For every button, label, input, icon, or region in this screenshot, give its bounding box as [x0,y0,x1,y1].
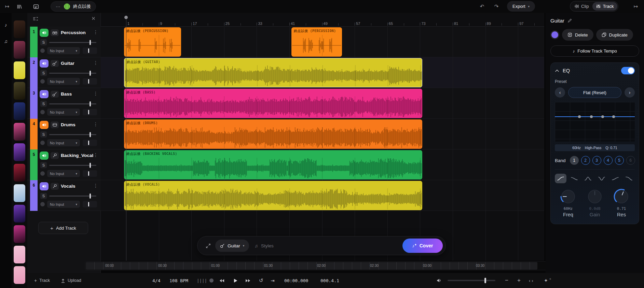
eq-node-1[interactable] [578,115,581,118]
collapse-panel-icon[interactable] [91,16,96,20]
record-arm-button[interactable] [40,48,45,53]
knob-gain[interactable]: 0.0dBGain [583,189,607,217]
gain-fader[interactable] [83,109,97,115]
gain-fader[interactable] [83,201,97,207]
preset-next-button[interactable]: › [625,87,635,98]
bpm-value[interactable]: 108 BPM [169,273,188,288]
solo-button[interactable]: S [40,101,47,107]
follow-playhead-button[interactable]: ⇥ [271,273,275,288]
track-color-swatch[interactable] [550,30,559,39]
knob-res[interactable]: 0.71Res [609,189,633,217]
record-arm-button[interactable] [40,110,45,114]
eq-node-2[interactable] [590,115,593,118]
add-track-bottom-button[interactable]: + Track [34,273,50,288]
band-button-2[interactable]: 2 [581,156,590,165]
eq-node-4[interactable] [612,115,615,118]
audio-clip[interactable]: 終点以後 (DRUMS) [124,119,422,149]
expand-icon[interactable] [203,241,213,251]
track-row-percussion[interactable]: 1Percussion⋮SNo Input▾ [27,27,101,57]
feed-icon[interactable] [31,2,40,11]
song-thumbnail[interactable] [14,82,25,100]
master-volume-icon[interactable] [437,273,442,288]
export-button[interactable]: Export ▾ [507,1,535,12]
eq-enable-toggle[interactable] [621,67,635,74]
track-menu-icon[interactable]: ⋮ [93,152,98,158]
follow-track-tempo-button[interactable]: ♪ Follow Track Tempo [550,45,639,57]
mute-speaker-button[interactable] [40,29,49,37]
volume-slider[interactable] [49,134,96,135]
project-menu-icon[interactable]: ⋯ [56,4,61,9]
project-pill[interactable]: ⋯ 終点以後 [51,1,96,12]
playhead-handle[interactable] [124,16,128,19]
volume-slider[interactable] [49,165,96,166]
solo-button[interactable]: S [40,131,47,138]
input-select[interactable]: No Input▾ [47,78,80,85]
song-thumbnail[interactable] [14,102,25,120]
filter-type-peak-icon[interactable] [582,174,594,183]
solo-button[interactable]: S [40,70,47,76]
song-thumbnail[interactable] [14,164,25,182]
band-button-4[interactable]: 4 [604,156,613,165]
track-menu-icon[interactable]: ⋮ [93,60,98,66]
song-thumbnail[interactable] [14,246,25,263]
band-button-3[interactable]: 3 [592,156,601,165]
song-thumbnail[interactable] [14,266,25,284]
mute-speaker-button[interactable] [40,90,49,98]
track-menu-icon[interactable]: ⋮ [93,121,98,127]
audio-clip[interactable]: 終点以後 (VOCALS) [124,181,422,210]
record-arm-button[interactable] [40,141,45,145]
solo-button[interactable]: S [40,162,47,168]
track-row-bass[interactable]: 3Bass⋮SNo Input▾ [27,88,101,119]
styles-input[interactable] [261,243,402,248]
track-menu-icon[interactable]: ⋮ [93,183,98,188]
loop-button[interactable]: ↺ [259,273,263,288]
library-icon[interactable] [15,2,24,11]
input-select[interactable]: No Input▾ [47,170,80,177]
add-track-button[interactable]: + Add Track [38,222,88,234]
volume-slider[interactable] [49,196,96,197]
knob-freq[interactable]: 60HzFreq [556,189,580,217]
song-thumbnail[interactable] [14,61,25,79]
song-thumbnail[interactable] [14,123,25,141]
cover-button[interactable]: ♪✦ Cover [402,239,443,253]
audio-clip[interactable]: 終点以後 (PERCUSSION) [124,27,181,57]
mute-speaker-button[interactable] [40,182,49,190]
input-select[interactable]: No Input▾ [47,139,80,146]
mute-speaker-button[interactable] [40,152,49,160]
audio-clip[interactable]: 終点以後 (BACKING VOCALS) [124,150,422,179]
input-select[interactable]: No Input▾ [47,47,80,54]
record-arm-button[interactable] [40,79,45,84]
song-thumbnail[interactable] [14,205,25,222]
gain-fader[interactable] [83,170,97,177]
zoom-out-button[interactable]: − [505,273,508,288]
delete-track-button[interactable]: Delete [562,29,593,41]
rewind-button[interactable] [219,273,224,288]
solo-button[interactable]: S [40,193,47,199]
filter-type-low-shelf-icon[interactable] [568,174,580,183]
gain-fader[interactable] [83,78,97,85]
volume-slider[interactable] [49,42,96,43]
metronome-icon[interactable]: |||| [197,273,207,288]
undo-icon[interactable]: ↶ [478,2,487,11]
minimap-window-thumb[interactable] [86,262,537,270]
band-button-5[interactable]: 5 [615,156,624,165]
zoom-in-button[interactable]: + [517,273,521,288]
volume-slider[interactable] [49,103,96,104]
filter-type-high-pass-icon[interactable] [555,174,566,183]
preset-value[interactable]: Flat (Reset) [568,87,621,98]
song-thumbnail[interactable] [14,143,25,161]
track-menu-icon[interactable]: ⋮ [93,29,98,35]
collapse-rows-icon[interactable] [33,16,38,21]
playlist-icon[interactable]: ♫ [0,36,12,46]
magic-sparkle-button[interactable]: ✦✧ [544,273,551,288]
track-row-drums[interactable]: 4Drums⋮SNo Input▾ [27,119,101,149]
gain-fader[interactable] [83,47,97,54]
eq-node-3[interactable] [601,115,604,118]
input-select[interactable]: No Input▾ [47,109,80,116]
eq-curve-graph[interactable] [555,102,635,142]
song-thumbnail[interactable] [14,20,25,38]
mute-speaker-button[interactable] [40,59,49,68]
play-button[interactable] [234,273,237,288]
upload-button[interactable]: Upload [61,273,81,288]
mute-speaker-button[interactable] [40,121,49,129]
